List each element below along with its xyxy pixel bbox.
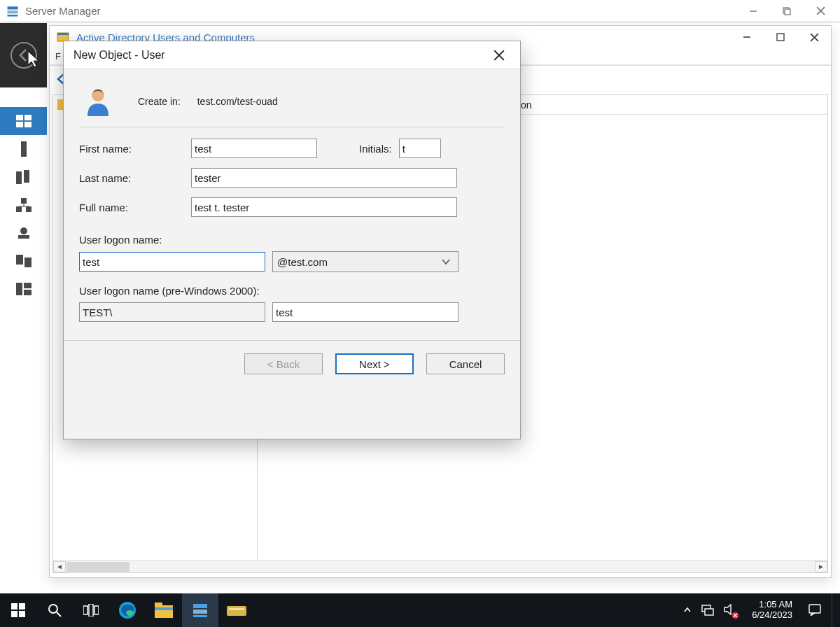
clock-date: 6/24/2023 <box>752 610 792 621</box>
start-button[interactable] <box>0 593 36 627</box>
cancel-button[interactable]: Cancel <box>426 353 505 374</box>
first-name-input[interactable] <box>191 139 317 158</box>
notifications-icon[interactable] <box>808 603 822 617</box>
dialog-button-row: < Back Next > Cancel <box>64 340 520 374</box>
svg-rect-1 <box>8 10 18 13</box>
app-icon <box>227 603 246 617</box>
svg-rect-35 <box>57 99 63 103</box>
volume-button[interactable] <box>724 604 736 617</box>
aduc-close-button[interactable] <box>797 27 831 48</box>
create-in-label: Create in: <box>138 96 181 107</box>
svg-rect-31 <box>777 34 784 41</box>
svg-rect-16 <box>21 198 27 204</box>
initials-label: Initials: <box>359 143 392 155</box>
svg-rect-27 <box>24 290 31 295</box>
svg-rect-14 <box>16 171 22 184</box>
svg-rect-53 <box>193 610 207 614</box>
svg-line-44 <box>57 612 61 617</box>
server-manager-taskbar-button[interactable] <box>182 593 218 627</box>
logon-domain-select[interactable]: @test.com <box>272 251 458 272</box>
logon-name-label: User logon name: <box>79 234 505 246</box>
svg-rect-18 <box>26 206 31 212</box>
first-name-label: First name: <box>79 143 191 155</box>
dialog-title: New Object - User <box>71 49 165 62</box>
dialog-titlebar[interactable]: New Object - User <box>64 41 520 69</box>
taskbar-clock[interactable]: 1:05 AM 6/24/2023 <box>746 600 798 621</box>
svg-rect-55 <box>227 606 246 616</box>
edge-icon <box>118 601 136 619</box>
server-manager-titlebar: Server Manager <box>0 0 840 22</box>
network-icon[interactable] <box>701 605 714 616</box>
search-button[interactable] <box>36 593 73 627</box>
server-manager-nav <box>0 107 47 303</box>
logon-name-input[interactable] <box>79 252 265 272</box>
svg-rect-51 <box>155 607 173 610</box>
new-user-dialog: New Object - User Create in: test.com/te… <box>63 41 521 439</box>
svg-rect-47 <box>94 606 99 614</box>
edge-button[interactable] <box>109 593 146 627</box>
svg-rect-22 <box>18 235 29 239</box>
svg-rect-2 <box>8 15 18 17</box>
nav-all-servers-icon[interactable] <box>0 163 47 191</box>
scroll-thumb[interactable] <box>66 562 130 572</box>
initials-input[interactable] <box>399 139 441 158</box>
svg-rect-54 <box>193 615 207 617</box>
aduc-maximize-button[interactable] <box>764 27 797 48</box>
aduc-horizontal-scrollbar[interactable]: ◄ ► <box>53 560 827 572</box>
tray-chevron-up-icon[interactable] <box>683 606 692 614</box>
next-button[interactable]: Next > <box>335 353 414 374</box>
maximize-button[interactable] <box>770 1 804 22</box>
svg-point-21 <box>20 227 27 234</box>
svg-rect-12 <box>24 122 31 127</box>
nav-role-4-icon[interactable] <box>0 275 47 303</box>
svg-rect-11 <box>16 122 23 127</box>
svg-rect-46 <box>89 604 93 617</box>
full-name-input[interactable] <box>191 197 457 217</box>
search-icon <box>48 603 62 617</box>
svg-rect-0 <box>8 6 18 9</box>
nav-local-server-icon[interactable] <box>0 135 47 163</box>
show-desktop-button[interactable] <box>832 593 836 627</box>
svg-rect-9 <box>16 115 23 120</box>
volume-muted-badge-icon <box>732 612 739 619</box>
svg-rect-49 <box>155 605 173 618</box>
chevron-down-icon <box>441 257 451 267</box>
system-tray: 1:05 AM 6/24/2023 <box>679 593 840 627</box>
pre2000-input[interactable] <box>272 302 458 322</box>
back-button: < Back <box>244 353 323 374</box>
nav-role-2-icon[interactable] <box>0 219 47 247</box>
clock-time: 1:05 AM <box>752 600 792 610</box>
pre2000-label: User logon name (pre-Windows 2000): <box>79 285 505 297</box>
svg-rect-50 <box>155 603 162 607</box>
minimize-button[interactable] <box>736 1 770 22</box>
full-name-label: Full name: <box>79 202 191 213</box>
taskbar: 1:05 AM 6/24/2023 <box>0 593 840 627</box>
dialog-header: Create in: test.com/test-ouad <box>79 79 505 124</box>
app-button[interactable] <box>218 593 255 627</box>
folder-icon <box>155 603 173 618</box>
svg-rect-45 <box>83 606 88 614</box>
scroll-right-icon[interactable]: ► <box>815 561 827 572</box>
user-icon <box>82 85 114 118</box>
svg-rect-23 <box>16 255 23 265</box>
svg-rect-13 <box>21 141 27 157</box>
nav-role-1-icon[interactable] <box>0 191 47 219</box>
file-explorer-button[interactable] <box>146 593 182 627</box>
close-button[interactable] <box>804 1 837 22</box>
last-name-input[interactable] <box>191 168 457 188</box>
svg-rect-56 <box>229 608 244 610</box>
task-view-button[interactable] <box>73 593 109 627</box>
nav-role-3-icon[interactable] <box>0 247 47 275</box>
last-name-label: Last name: <box>79 172 191 184</box>
close-icon <box>493 50 505 61</box>
svg-rect-41 <box>11 611 18 617</box>
svg-rect-39 <box>11 603 18 610</box>
task-view-icon <box>83 604 99 617</box>
svg-rect-24 <box>24 258 31 267</box>
pre2000-prefix <box>79 302 265 322</box>
scroll-left-icon[interactable]: ◄ <box>53 561 66 572</box>
dialog-close-button[interactable] <box>485 45 513 66</box>
svg-rect-26 <box>24 283 31 288</box>
aduc-minimize-button[interactable] <box>730 27 764 48</box>
nav-dashboard-icon[interactable] <box>0 107 47 135</box>
